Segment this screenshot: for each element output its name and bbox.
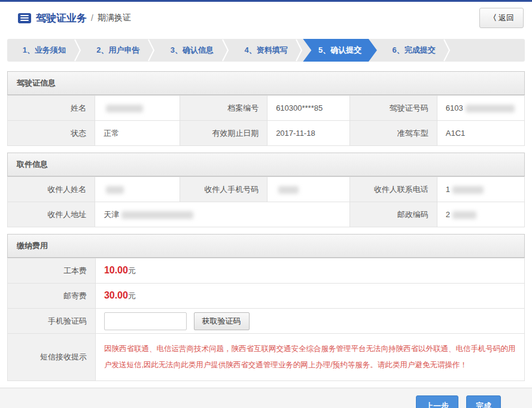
footer-action-bar: 上一步 完成 (0, 388, 532, 408)
page-header: 驾驶证业务 / 期满换证 〈返回 (0, 2, 532, 34)
file-no-label: 档案编号 (180, 96, 267, 121)
vehicle-class-value: A1C1 (437, 121, 524, 146)
mailing-fee-value: 30.00元 (95, 284, 524, 309)
step-5-confirm-submit[interactable]: 5、确认提交 (303, 39, 377, 62)
redacted-value (121, 211, 193, 219)
recipient-mobile-label: 收件人手机号码 (180, 177, 267, 202)
address-label: 收件人地址 (8, 202, 95, 227)
step-6-complete-submit[interactable]: 6、完成提交 (377, 39, 451, 62)
license-no-label: 驾驶证号码 (349, 96, 437, 121)
chevron-separator-icon (148, 39, 155, 62)
back-button[interactable]: 〈返回 (479, 8, 524, 28)
license-no-prefix: 6103 (446, 103, 463, 112)
breadcrumb-current: 期满换证 (98, 13, 131, 23)
table-row: 短信接收提示 因陕西省联通、电信运营商技术问题，陕西省互联网交通安全综合服务管理… (8, 334, 525, 381)
fee-unit: 元 (128, 291, 136, 300)
status-value: 正常 (95, 121, 180, 146)
back-button-label: 返回 (498, 13, 514, 22)
vehicle-class-label: 准驾车型 (349, 121, 437, 146)
table-row: 状态 正常 有效期止日期 2017-11-18 准驾车型 A1C1 (8, 121, 525, 146)
sms-notice-text: 因陕西省联通、电信运营商技术问题，陕西省互联网交通安全综合服务管理平台无法向持陕… (104, 345, 516, 369)
valid-until-label: 有效期止日期 (180, 121, 267, 146)
redacted-value (278, 186, 299, 194)
finish-button[interactable]: 完成 (466, 395, 501, 408)
address-value: 天津 (95, 202, 350, 227)
sms-code-input[interactable] (104, 312, 187, 330)
table-row: 收件人地址 天津 邮政编码 2 (8, 202, 525, 227)
fee-unit: 元 (128, 266, 136, 275)
table-row: 姓名 档案编号 610300****85 驾驶证号码 6103 (8, 96, 525, 121)
step-4-fill-materials[interactable]: 4、资料填写 (229, 39, 303, 62)
name-value (95, 96, 180, 121)
previous-step-button[interactable]: 上一步 (416, 395, 458, 408)
step-bar-filler (451, 39, 525, 62)
breadcrumb-separator: / (91, 13, 93, 23)
fee-amount: 10.00 (104, 265, 128, 275)
postal-value: 2 (437, 202, 524, 227)
table-row: 收件人姓名 收件人手机号码 收件人联系电话 1 (8, 177, 525, 202)
step-label: 6、完成提交 (393, 45, 436, 56)
redacted-value (452, 186, 484, 194)
chevron-separator-icon (296, 39, 303, 62)
fee-amount: 30.00 (104, 290, 128, 300)
table-row: 工本费 10.00元 (8, 258, 525, 284)
section-title: 驾驶证信息 (7, 71, 525, 95)
recipient-name-label: 收件人姓名 (8, 177, 95, 202)
mailing-fee-label: 邮寄费 (8, 284, 96, 309)
name-label: 姓名 (8, 96, 95, 121)
postal-prefix: 2 (446, 210, 450, 219)
recipient-phone-label: 收件人联系电话 (349, 177, 437, 202)
recipient-name-value (95, 177, 180, 202)
production-fee-value: 10.00元 (95, 258, 524, 284)
chevron-separator-icon (443, 39, 451, 62)
license-service-icon (18, 13, 31, 23)
sms-notice-label: 短信接收提示 (8, 334, 96, 381)
chevron-left-icon: 〈 (489, 13, 497, 22)
production-fee-label: 工本费 (8, 258, 96, 284)
step-3-confirm-info[interactable]: 3、确认信息 (155, 39, 229, 62)
license-info-section: 驾驶证信息 姓名 档案编号 610300****85 驾驶证号码 6103 状态… (7, 71, 525, 146)
license-no-value: 6103 (437, 96, 524, 121)
status-label: 状态 (8, 121, 95, 146)
page-title: 驾驶证业务 (36, 11, 87, 25)
redacted-value (452, 211, 476, 219)
step-label: 4、资料填写 (244, 45, 287, 56)
step-1-business-notice[interactable]: 1、业务须知 (7, 39, 81, 62)
step-label: 1、业务须知 (23, 45, 66, 56)
step-label: 5、确认提交 (318, 45, 361, 56)
step-label: 2、用户申告 (96, 45, 139, 56)
sms-notice-cell: 因陕西省联通、电信运营商技术问题，陕西省互联网交通安全综合服务管理平台无法向持陕… (95, 334, 524, 381)
address-prefix: 天津 (104, 210, 119, 219)
postal-label: 邮政编码 (349, 202, 437, 227)
step-navigation: 1、业务须知 2、用户申告 3、确认信息 4、资料填写 5、确认提交 6、完成提… (7, 39, 525, 62)
section-title: 取件信息 (7, 153, 525, 176)
step-label: 3、确认信息 (171, 45, 214, 56)
chevron-separator-icon (222, 39, 229, 62)
redacted-value (106, 186, 124, 194)
table-row: 邮寄费 30.00元 (8, 284, 525, 309)
redacted-value (466, 105, 515, 112)
pickup-info-section: 取件信息 收件人姓名 收件人手机号码 收件人联系电话 1 收件人地址 天津 邮政… (7, 153, 525, 227)
redacted-value (106, 105, 143, 112)
step-2-user-declaration[interactable]: 2、用户申告 (81, 39, 156, 62)
sms-code-cell: 获取验证码 (95, 309, 524, 334)
table-row: 手机验证码 获取验证码 (8, 309, 525, 334)
valid-until-value: 2017-11-18 (267, 121, 350, 146)
section-title: 缴纳费用 (7, 234, 525, 258)
phone-prefix: 1 (446, 185, 450, 194)
file-no-value: 610300****85 (267, 96, 350, 121)
get-code-button[interactable]: 获取验证码 (194, 312, 250, 330)
fee-section: 缴纳费用 工本费 10.00元 邮寄费 30.00元 手机验证码 获取验证码 短… (7, 234, 525, 381)
recipient-mobile-value (267, 177, 350, 202)
sms-code-label: 手机验证码 (8, 309, 96, 334)
chevron-separator-icon (74, 39, 81, 62)
recipient-phone-value: 1 (437, 177, 524, 202)
